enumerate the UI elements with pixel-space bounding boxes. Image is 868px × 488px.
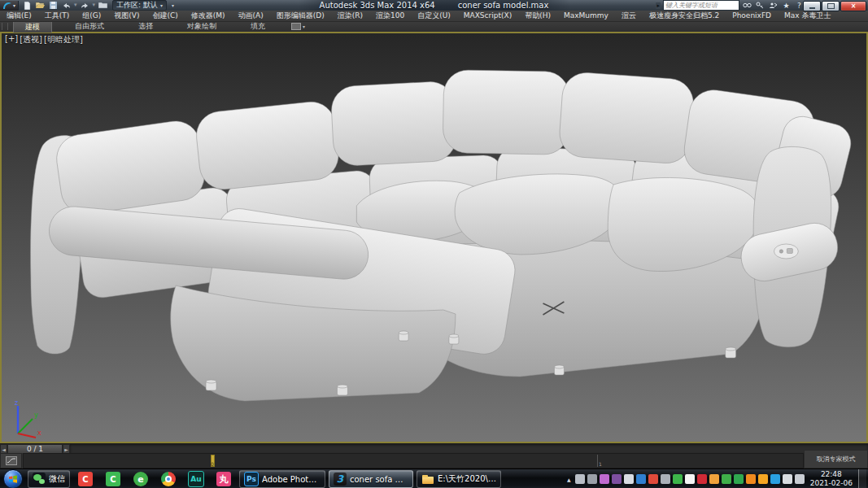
- pinned-camtasia-red[interactable]: C: [72, 469, 99, 488]
- menu-item-16[interactable]: PhoenixFD: [726, 11, 778, 21]
- menu-item-10[interactable]: 自定义(U): [411, 11, 457, 21]
- menu-item-6[interactable]: 动画(A): [232, 11, 270, 21]
- camtasia-red-icon: C: [78, 472, 93, 486]
- orange-app-tray-icon[interactable]: [746, 474, 756, 484]
- menu-item-1[interactable]: 工具(T): [38, 11, 76, 21]
- pinned-chrome[interactable]: [155, 469, 182, 488]
- ribbon-tab-2[interactable]: 选择: [127, 21, 164, 32]
- menu-item-15[interactable]: 极速瘦身安全归档5.2: [643, 11, 726, 21]
- save-file-button[interactable]: [48, 1, 59, 10]
- search-icon[interactable]: [742, 1, 752, 10]
- communication-center-icon[interactable]: [768, 1, 779, 10]
- show-desktop-button[interactable]: [858, 469, 866, 488]
- green-shield-tray-icon[interactable]: [722, 474, 731, 484]
- pinned-browser-360[interactable]: e: [127, 469, 155, 488]
- orange-folder-tray-icon[interactable]: [709, 474, 719, 484]
- ribbon-minimize-button[interactable]: ▾: [291, 23, 305, 30]
- new-file-button[interactable]: [22, 1, 33, 10]
- track-bar[interactable]: 01: [23, 453, 804, 468]
- red-app-tray-icon[interactable]: [697, 474, 707, 484]
- track-bar-tick-frame-1[interactable]: 1: [597, 455, 598, 467]
- start-button[interactable]: [3, 469, 23, 488]
- minimize-button[interactable]: [803, 1, 821, 11]
- ribbon-grip[interactable]: [2, 23, 8, 30]
- clock-date: 2021-02-06: [810, 479, 853, 488]
- mini-curve-editor-button[interactable]: [0, 453, 22, 468]
- ribbon-tab-0[interactable]: 建模: [13, 21, 52, 33]
- usb-device-tray-icon[interactable]: [624, 474, 634, 484]
- sofa-model[interactable]: [2, 33, 866, 442]
- menu-item-17[interactable]: Max 杀毒卫士: [778, 11, 837, 21]
- menu-item-3[interactable]: 视图(V): [107, 11, 146, 21]
- taskbar-button-3dsmax[interactable]: 3coner sofa mod...: [329, 470, 413, 488]
- purple-app-tray-icon[interactable]: [612, 474, 622, 484]
- taskbar-button-explorer[interactable]: E:\天竹2020\国...: [417, 470, 501, 488]
- clock-time: 22:48: [810, 470, 853, 479]
- viewport-shading-menu[interactable]: [明暗处理]: [44, 34, 83, 46]
- document-title: coner sofa model.max: [458, 1, 549, 10]
- blue-round-tray-icon[interactable]: [770, 474, 780, 484]
- taskbar-button-wechat[interactable]: 微信: [28, 470, 70, 488]
- restore-button[interactable]: [822, 1, 840, 11]
- workspace-selector[interactable]: 工作区: 默认 ▾: [112, 0, 167, 11]
- menu-item-0[interactable]: 编辑(E): [0, 11, 38, 21]
- application-menu-button[interactable]: ▾: [0, 1, 19, 11]
- taskbar-button-label: E:\天竹2020\国...: [438, 473, 496, 485]
- menu-item-13[interactable]: MaxMummy: [557, 11, 615, 21]
- frame-label: 1: [599, 462, 602, 467]
- menu-item-2[interactable]: 组(G): [76, 11, 107, 21]
- search-input[interactable]: [664, 2, 739, 9]
- open-file-button[interactable]: [35, 1, 46, 10]
- menu-item-4[interactable]: 创建(C): [146, 11, 184, 21]
- undo-button[interactable]: [61, 1, 72, 10]
- taskbar-clock[interactable]: 22:48 2021-02-06: [810, 470, 853, 488]
- toolbar-options-dropdown[interactable]: ▾: [172, 2, 174, 8]
- taskbar-button-photoshop[interactable]: PsAdobe Photosh...: [239, 470, 325, 488]
- viewport-pov-menu[interactable]: [透视]: [20, 34, 42, 46]
- menu-item-8[interactable]: 渲染(R): [331, 11, 369, 21]
- axis-x-label: x: [37, 429, 41, 437]
- project-folder-button[interactable]: [98, 1, 108, 10]
- safely-remove-tray-icon[interactable]: [587, 474, 597, 484]
- red-c-app-tray-icon[interactable]: [648, 474, 658, 484]
- shield-360-tray-icon[interactable]: [758, 474, 768, 484]
- track-bar-key-frame-0[interactable]: 0: [211, 455, 215, 467]
- pinned-camtasia-green[interactable]: C: [99, 469, 127, 488]
- subscription-key-icon[interactable]: [755, 1, 765, 10]
- undo-dropdown[interactable]: ▾: [74, 2, 77, 8]
- redo-dropdown[interactable]: ▾: [93, 2, 96, 8]
- favorites-star-icon[interactable]: ★: [781, 1, 792, 10]
- menu-item-9[interactable]: 渲染100: [369, 11, 411, 21]
- volume-tray-icon[interactable]: [783, 474, 792, 484]
- ribbon-tab-1[interactable]: 自由形式: [63, 21, 116, 32]
- menu-item-5[interactable]: 修改器(M): [185, 11, 232, 21]
- pinned-audition[interactable]: Au: [182, 469, 210, 488]
- green-pair-tray-icon[interactable]: [673, 474, 683, 484]
- system-tray: ▲ 22:48 2021-02-06: [565, 469, 868, 488]
- green-app-tray-icon[interactable]: [734, 474, 744, 484]
- menu-item-7[interactable]: 图形编辑器(D): [270, 11, 331, 21]
- flower-purple-tray-icon[interactable]: [600, 474, 609, 484]
- close-button[interactable]: ×: [840, 1, 866, 11]
- network-tray-icon[interactable]: [795, 474, 805, 484]
- ribbon-tab-3[interactable]: 对象绘制: [176, 21, 228, 32]
- pinned-wan[interactable]: 丸: [210, 469, 238, 488]
- infocenter-collapse-icon[interactable]: ▸: [656, 2, 661, 9]
- menu-item-12[interactable]: 帮助(H): [518, 11, 557, 21]
- minimize-icon: [809, 7, 815, 9]
- viewport-general-menu[interactable]: [+]: [5, 34, 18, 46]
- perspective-viewport[interactable]: [+] [透视] [明暗处理]: [0, 32, 868, 443]
- show-hidden-icons-button[interactable]: ▲: [565, 477, 573, 482]
- cancel-expert-mode-button[interactable]: 取消专家模式: [804, 450, 868, 468]
- windows-flag-icon: [8, 474, 18, 484]
- menu-item-11[interactable]: MAXScript(X): [457, 11, 518, 21]
- qq-tray-icon[interactable]: [685, 474, 695, 484]
- 3dsmax-icon: 3: [334, 473, 347, 486]
- blue-app-tray-icon[interactable]: [636, 474, 646, 484]
- ribbon-tab-4[interactable]: 填充: [239, 21, 277, 32]
- browser-360-icon: e: [133, 472, 148, 486]
- printer-tray-icon[interactable]: [575, 474, 585, 484]
- redo-button[interactable]: [80, 1, 90, 10]
- gray-tool-tray-icon[interactable]: [661, 474, 670, 484]
- menu-item-14[interactable]: 渲云: [615, 11, 643, 21]
